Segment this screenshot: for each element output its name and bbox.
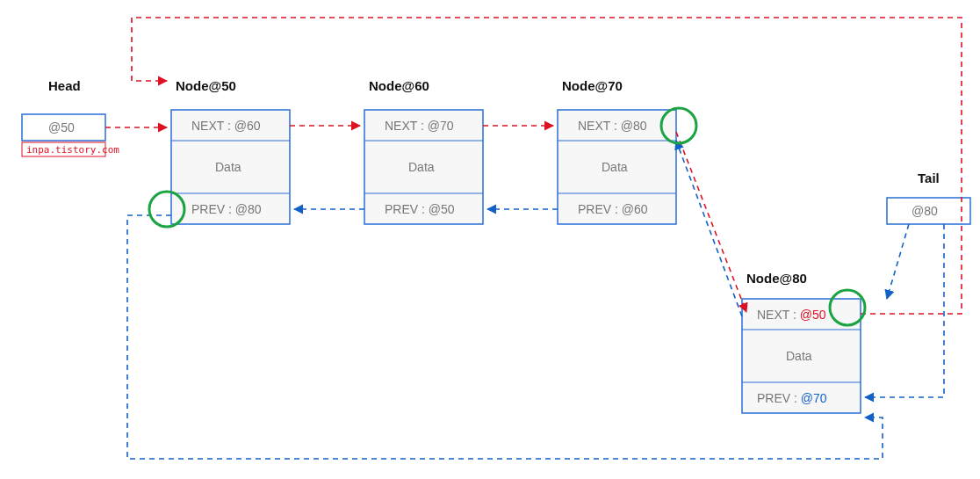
linked-list-diagram: Head @50 inpa.tistory.com Node@50 NEXT :… (0, 0, 980, 479)
node80-next: NEXT : @50 (757, 308, 826, 322)
node60-next: NEXT : @70 (385, 119, 454, 133)
head-label: Head (48, 78, 81, 93)
arrow-80-prev-to-70-diag (676, 141, 742, 316)
arrow-70-to-80 (676, 132, 746, 312)
node70-prev: PREV : @60 (578, 202, 648, 216)
node60-data: Data (408, 160, 435, 174)
watermark-text: inpa.tistory.com (26, 144, 119, 156)
arrow-tail-to-80-right (865, 224, 944, 397)
tail-value: @80 (912, 204, 938, 218)
node70-next: NEXT : @80 (578, 119, 647, 133)
node50-data: Data (215, 160, 241, 174)
node80-prev: PREV : @70 (757, 391, 827, 405)
node50-prev: PREV : @80 (191, 202, 262, 216)
node60-prev: PREV : @50 (385, 202, 455, 216)
node70-title: Node@70 (562, 78, 623, 93)
node60-title: Node@60 (369, 78, 429, 93)
tail-label: Tail (918, 171, 940, 185)
head-value: @50 (48, 120, 75, 134)
node80-title: Node@80 (746, 271, 807, 286)
node50-next: NEXT : @60 (191, 119, 261, 133)
node50-title: Node@50 (176, 78, 236, 93)
arrow-tail-to-80-left (887, 224, 909, 299)
node80-data: Data (786, 349, 812, 363)
node70-data: Data (602, 160, 628, 174)
